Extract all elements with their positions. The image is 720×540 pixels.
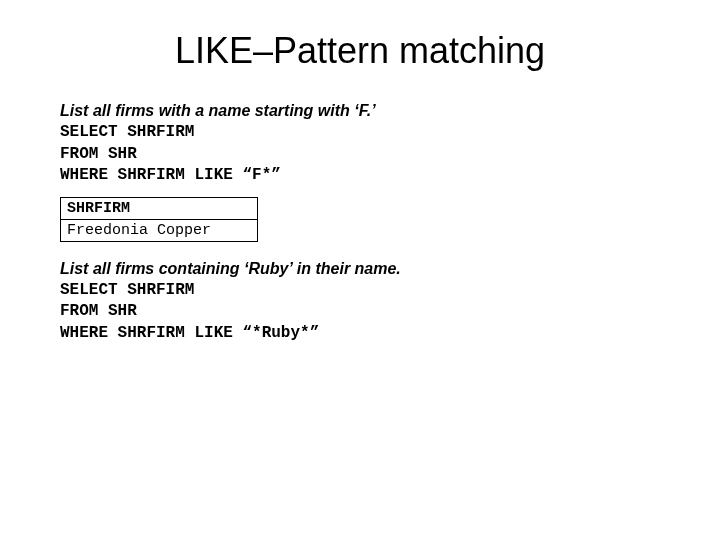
table-header-cell: SHRFIRM: [61, 197, 258, 219]
slide: LIKE–Pattern matching List all firms wit…: [0, 0, 720, 375]
slide-title: LIKE–Pattern matching: [60, 30, 660, 72]
example-1-sql: SELECT SHRFIRM FROM SHR WHERE SHRFIRM LI…: [60, 122, 660, 187]
table-row: SHRFIRM: [61, 197, 258, 219]
sql-line: WHERE SHRFIRM LIKE “F*”: [60, 166, 281, 184]
example-2-prompt: List all firms containing ‘Ruby’ in thei…: [60, 260, 660, 278]
table-row: Freedonia Copper: [61, 219, 258, 241]
example-1-prompt: List all firms with a name starting with…: [60, 102, 660, 120]
sql-line: FROM SHR: [60, 145, 137, 163]
sql-line: SELECT SHRFIRM: [60, 281, 194, 299]
example-2: List all firms containing ‘Ruby’ in thei…: [60, 260, 660, 345]
example-2-sql: SELECT SHRFIRM FROM SHR WHERE SHRFIRM LI…: [60, 280, 660, 345]
sql-line: SELECT SHRFIRM: [60, 123, 194, 141]
sql-line: WHERE SHRFIRM LIKE “*Ruby*”: [60, 324, 319, 342]
example-1: List all firms with a name starting with…: [60, 102, 660, 187]
sql-line: FROM SHR: [60, 302, 137, 320]
result-table: SHRFIRM Freedonia Copper: [60, 197, 258, 242]
table-cell: Freedonia Copper: [61, 219, 258, 241]
